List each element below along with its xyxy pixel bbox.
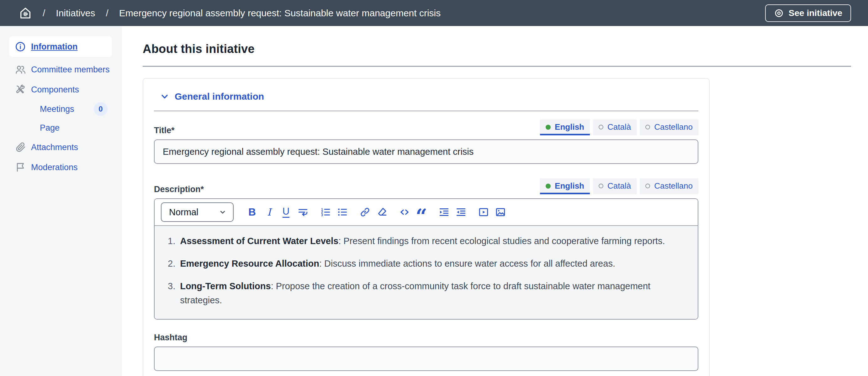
list-item: 3. Long-Term Solutions: Propose the crea… <box>168 279 688 307</box>
language-tab-label: Català <box>608 122 631 132</box>
language-tab-castellano[interactable]: Castellano <box>640 178 699 194</box>
breadcrumb-initiatives[interactable]: Initiatives <box>56 8 95 19</box>
description-language-tabs: English Català Castellano <box>540 178 699 194</box>
breadcrumb-separator: / <box>43 8 45 19</box>
sidebar-item-components[interactable]: Components <box>0 79 122 100</box>
sidebar-item-meetings[interactable]: Meetings 0 <box>0 100 122 118</box>
image-icon <box>495 206 506 218</box>
text-wrap-button[interactable] <box>294 204 311 220</box>
sidebar: Information Committee members Components… <box>0 26 122 376</box>
language-empty-dot-icon <box>599 183 603 188</box>
language-tab-castellano[interactable]: Castellano <box>640 119 699 135</box>
tools-icon <box>15 84 26 95</box>
users-icon <box>15 64 26 75</box>
unordered-list-button[interactable] <box>334 204 351 220</box>
language-tab-label: Castellano <box>654 122 693 132</box>
sidebar-item-label: Meetings <box>40 104 74 114</box>
sidebar-item-page[interactable]: Page <box>0 118 122 137</box>
list-item: 1. Assessment of Current Water Levels: P… <box>168 234 688 248</box>
sidebar-item-label: Components <box>31 85 79 95</box>
underline-icon: U <box>283 206 289 218</box>
see-initiative-label: See initiative <box>789 8 842 18</box>
eraser-icon <box>376 206 388 218</box>
sidebar-item-label: Page <box>40 123 60 133</box>
language-empty-dot-icon <box>645 183 650 188</box>
sidebar-item-label: Information <box>31 42 78 52</box>
list-item: 2. Emergency Resource Allocation: Discus… <box>168 257 688 271</box>
ordered-list-button[interactable]: 1 2 3 <box>317 204 334 220</box>
title-input[interactable] <box>154 139 699 164</box>
hashtag-label: Hashtag <box>154 333 188 342</box>
language-tab-catala[interactable]: Català <box>593 119 637 135</box>
chevron-down-icon <box>160 92 169 102</box>
flag-icon <box>15 162 26 173</box>
video-icon <box>478 206 489 218</box>
language-empty-dot-icon <box>645 125 650 129</box>
link-button[interactable] <box>356 204 373 220</box>
sidebar-item-committee-members[interactable]: Committee members <box>0 60 122 79</box>
code-icon <box>399 206 410 218</box>
topbar: / Initiatives / Emergency regional assem… <box>0 0 868 26</box>
list-number: 1. <box>168 234 175 248</box>
language-empty-dot-icon <box>599 125 603 129</box>
language-tab-label: English <box>555 122 584 132</box>
chevron-down-icon <box>219 208 227 216</box>
title-language-tabs: English Català Castellano <box>540 119 699 135</box>
editor-content[interactable]: 1. Assessment of Current Water Levels: P… <box>155 226 698 319</box>
underline-button[interactable]: U <box>278 204 294 220</box>
title-label: Title* <box>154 126 175 135</box>
video-embed-button[interactable] <box>475 204 492 220</box>
ordered-list-icon: 1 2 3 <box>320 206 331 218</box>
hashtag-input[interactable] <box>154 347 699 371</box>
sidebar-item-label: Committee members <box>31 65 110 75</box>
link-icon <box>360 206 371 218</box>
italic-button[interactable]: I <box>260 204 278 220</box>
blockquote-button[interactable]: “ <box>413 204 430 220</box>
meetings-count-badge: 0 <box>94 102 107 116</box>
indent-decrease-icon <box>455 206 467 218</box>
heading-divider <box>143 66 851 67</box>
section-divider <box>154 111 699 111</box>
language-tab-catala[interactable]: Català <box>593 178 637 194</box>
italic-icon: I <box>267 206 271 218</box>
sidebar-item-label: Attachments <box>31 143 78 152</box>
sidebar-item-moderations[interactable]: Moderations <box>0 157 122 177</box>
home-gear-icon <box>19 7 32 20</box>
list-number: 2. <box>168 257 175 271</box>
rich-text-editor: Normal B I U <box>154 198 699 319</box>
sidebar-item-attachments[interactable]: Attachments <box>0 137 122 157</box>
language-filled-dot-icon <box>546 183 551 189</box>
page-title: About this initiative <box>143 42 851 56</box>
text-wrap-icon <box>297 206 309 218</box>
bold-button[interactable]: B <box>244 204 260 220</box>
general-information-toggle[interactable]: General information <box>154 91 699 102</box>
language-filled-dot-icon <box>546 125 551 130</box>
language-tab-label: English <box>555 181 584 191</box>
code-view-button[interactable] <box>396 204 413 220</box>
section-title: General information <box>175 91 264 102</box>
description-label: Description* <box>154 184 204 194</box>
language-tab-label: Castellano <box>654 181 693 191</box>
home-link[interactable] <box>19 7 32 20</box>
editor-toolbar: Normal B I U <box>155 199 698 226</box>
paragraph-style-value: Normal <box>169 207 198 217</box>
language-tab-label: Català <box>608 181 631 191</box>
format-clear-button[interactable] <box>373 204 391 220</box>
language-tab-english[interactable]: English <box>540 119 590 135</box>
svg-text:3: 3 <box>321 213 323 217</box>
breadcrumb-separator: / <box>106 8 108 19</box>
indent-decrease-button[interactable] <box>453 204 469 220</box>
see-initiative-button[interactable]: See initiative <box>765 4 851 22</box>
indent-increase-icon <box>438 206 450 218</box>
image-button[interactable] <box>492 204 509 220</box>
list-number: 3. <box>168 279 175 307</box>
unordered-list-icon <box>337 206 348 218</box>
breadcrumb-current-page: Emergency regional assembly request: Sus… <box>119 8 441 19</box>
paperclip-icon <box>15 142 26 153</box>
language-tab-english[interactable]: English <box>540 178 590 194</box>
paragraph-style-dropdown[interactable]: Normal <box>161 202 234 222</box>
sidebar-item-label: Moderations <box>31 163 78 172</box>
sidebar-item-information[interactable]: Information <box>9 36 112 57</box>
info-icon <box>15 41 26 52</box>
indent-increase-button[interactable] <box>436 204 453 220</box>
